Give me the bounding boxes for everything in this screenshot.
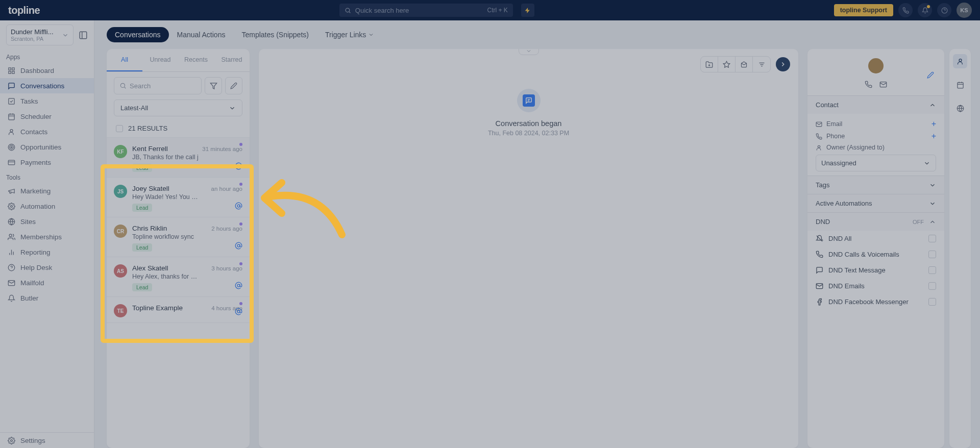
conversation-preview: Hey Alex, thanks for the <box>132 273 199 280</box>
conversation-item[interactable]: TE Topline Example 4 hours ago <box>107 297 250 323</box>
conversation-avatar: KF <box>114 145 127 158</box>
tab-manual-actions[interactable]: Manual Actions <box>169 27 234 42</box>
list-tab-unread[interactable]: Unread <box>142 49 178 71</box>
collapse-handle[interactable] <box>519 49 539 55</box>
help-icon <box>7 263 15 271</box>
conversation-avatar: CR <box>114 225 127 238</box>
chart-icon <box>7 248 15 256</box>
add-email-button[interactable]: + <box>932 119 936 129</box>
sidebar-item-reporting[interactable]: Reporting <box>0 244 94 260</box>
svg-point-36 <box>237 205 240 207</box>
dnd-item[interactable]: DND Calls & Voicemails <box>807 246 944 262</box>
conversation-item[interactable]: CR Chris Riklin 2 hours ago Topline work… <box>107 217 250 257</box>
conversation-item[interactable]: AS Alex Skatell 3 hours ago Hey Alex, th… <box>107 257 250 297</box>
dnd-section-header[interactable]: DND OFF <box>807 213 944 231</box>
dnd-checkbox[interactable] <box>928 298 936 306</box>
tab-trigger-links[interactable]: Trigger Links <box>317 27 382 42</box>
call-contact-button[interactable] <box>865 81 872 88</box>
add-phone-button[interactable]: + <box>932 132 936 141</box>
dnd-checkbox[interactable] <box>928 235 936 242</box>
rail-calendar-button[interactable] <box>953 78 967 92</box>
email-contact-button[interactable] <box>879 81 887 88</box>
dnd-item[interactable]: DND Emails <box>807 278 944 294</box>
list-tab-all[interactable]: All <box>107 49 142 71</box>
sidebar-item-automation[interactable]: Automation <box>0 198 94 214</box>
sidebar-item-memberships[interactable]: Memberships <box>0 229 94 244</box>
list-tab-starred[interactable]: Starred <box>214 49 250 71</box>
sidebar-item-help-desk[interactable]: Help Desk <box>0 260 94 275</box>
fb-icon <box>816 298 823 306</box>
global-search[interactable]: Quick search here Ctrl + K <box>339 4 513 17</box>
svg-rect-9 <box>8 71 10 73</box>
sidebar-item-conversations[interactable]: Conversations <box>0 78 94 93</box>
rail-contact-button[interactable] <box>953 54 967 68</box>
lead-tag: Lead <box>132 243 152 252</box>
calendar-icon <box>957 81 964 89</box>
lead-tag: Lead <box>132 283 152 291</box>
dnd-checkbox[interactable] <box>928 266 936 274</box>
mail-icon <box>879 81 887 88</box>
sidebar-item-butler[interactable]: Butler <box>0 290 94 306</box>
help-button[interactable] <box>937 3 951 17</box>
phone-button[interactable] <box>898 3 913 17</box>
list-tab-recents[interactable]: Recents <box>178 49 214 71</box>
sidebar-collapse-button[interactable] <box>79 31 88 40</box>
dnd-item[interactable]: DND Text Message <box>807 262 944 278</box>
sidebar-item-sites[interactable]: Sites <box>0 214 94 229</box>
svg-rect-8 <box>12 71 14 73</box>
user-avatar[interactable]: KS <box>957 3 972 18</box>
list-search-input[interactable]: Search <box>114 77 202 94</box>
star-button[interactable] <box>718 57 736 72</box>
sidebar-item-scheduler[interactable]: Scheduler <box>0 109 94 124</box>
svg-point-24 <box>9 234 12 236</box>
sidebar-item-mailfold[interactable]: Mailfold <box>0 275 94 290</box>
conversation-avatar: JS <box>114 185 127 198</box>
nav-label: Marketing <box>20 187 51 195</box>
sidebar-item-settings[interactable]: Settings <box>0 432 94 448</box>
contact-section-header[interactable]: Contact <box>807 96 944 114</box>
org-switcher[interactable]: Dunder Miffli... Scranton, PA <box>6 24 74 45</box>
tags-section-header[interactable]: Tags <box>807 176 944 194</box>
owner-dropdown[interactable]: Unassigned <box>816 155 936 171</box>
sidebar-item-marketing[interactable]: Marketing <box>0 183 94 198</box>
dnd-item[interactable]: DND Facebook Messenger <box>807 294 944 310</box>
tab-templates-snippets-[interactable]: Templates (Snippets) <box>233 27 317 42</box>
archive-button[interactable] <box>701 57 718 72</box>
more-filter-button[interactable] <box>753 57 770 72</box>
sidebar-item-dashboard[interactable]: Dashboard <box>0 63 94 78</box>
msg-icon <box>816 266 823 274</box>
dnd-item[interactable]: DND All <box>807 231 944 246</box>
dnd-checkbox[interactable] <box>928 251 936 258</box>
edit-contact-button[interactable] <box>927 71 934 79</box>
sidebar-item-contacts[interactable]: Contacts <box>0 124 94 139</box>
rail-globe-button[interactable] <box>953 101 967 115</box>
automations-section-header[interactable]: Active Automations <box>807 194 944 212</box>
conversation-preview: Hey Wade! Yes! You sel <box>132 193 199 201</box>
pencil-icon <box>927 71 934 79</box>
search-placeholder: Quick search here <box>355 7 483 14</box>
conversation-avatar: AS <box>114 264 127 278</box>
section-tools-label: Tools <box>0 170 94 183</box>
notifications-button[interactable] <box>918 3 932 17</box>
filter-button[interactable] <box>205 77 222 94</box>
email-label: Email <box>826 120 842 128</box>
conversation-item[interactable]: KF Kent Ferrell 31 minutes ago JB, Thank… <box>107 138 250 178</box>
sort-dropdown[interactable]: Latest-All <box>114 99 242 116</box>
mark-read-button[interactable] <box>736 57 753 72</box>
tab-conversations[interactable]: Conversations <box>107 27 169 42</box>
main-area: ConversationsManual ActionsTemplates (Sn… <box>94 20 980 448</box>
dnd-item-label: DND Text Message <box>828 266 886 274</box>
dnd-checkbox[interactable] <box>928 282 936 290</box>
sidebar-item-opportunities[interactable]: Opportunities <box>0 139 94 155</box>
sidebar-item-payments[interactable]: Payments <box>0 155 94 170</box>
svg-point-39 <box>237 310 240 313</box>
next-conversation-button[interactable] <box>776 57 790 71</box>
support-button[interactable]: topline Support <box>834 4 893 16</box>
bolt-button[interactable] <box>521 4 534 17</box>
select-all-checkbox[interactable] <box>116 125 123 132</box>
sidebar-item-tasks[interactable]: Tasks <box>0 93 94 109</box>
svg-line-33 <box>125 87 126 89</box>
nav-label: Reporting <box>20 248 51 256</box>
edit-button[interactable] <box>225 77 242 94</box>
conversation-item[interactable]: JS Joey Skatell an hour ago Hey Wade! Ye… <box>107 178 250 217</box>
